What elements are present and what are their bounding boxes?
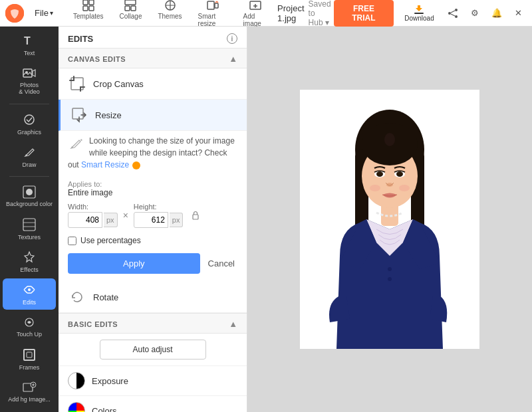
svg-rect-35 (71, 78, 83, 90)
download-button[interactable]: Download (399, 3, 439, 23)
canvas-edits-header: CANVAS EDITS ▲ (59, 48, 247, 68)
svg-rect-2 (89, 0, 94, 5)
svg-rect-6 (125, 6, 130, 11)
svg-rect-9 (207, 1, 214, 9)
width-unit: px (104, 213, 118, 227)
smart-resize-badge (132, 161, 140, 169)
svg-rect-30 (24, 350, 35, 360)
info-icon[interactable]: i (227, 33, 237, 44)
auto-adjust-button[interactable]: Auto adjust (100, 340, 206, 360)
topbar-tool-add-image[interactable]: Add image (237, 0, 275, 29)
width-group: Width: px (68, 203, 118, 228)
svg-point-48 (376, 171, 383, 177)
svg-line-17 (451, 14, 455, 16)
rotate-label: Rotate (93, 292, 118, 302)
edit-item-resize[interactable]: Resize (59, 100, 247, 131)
height-unit: px (170, 213, 184, 227)
basic-edits-label: BASIC EDITS (68, 320, 118, 328)
topbar-tool-templates[interactable]: Templates (66, 0, 110, 29)
settings-icon[interactable]: ⚙ (467, 4, 483, 23)
smart-resize-link[interactable]: Smart Resize (81, 160, 129, 169)
basic-edits-header: BASIC EDITS ▲ (59, 313, 247, 334)
project-name: Project 1.jpg (277, 3, 304, 23)
svg-point-45 (384, 133, 395, 146)
resize-icon (70, 106, 88, 124)
aspect-ratio-lock-icon[interactable] (188, 208, 203, 223)
use-percentages-checkbox[interactable] (68, 237, 76, 245)
file-menu[interactable]: File ▾ (29, 5, 59, 21)
topbar-right: FREE TRIAL Download ⚙ 🔔 ✕ (334, 0, 527, 27)
exposure-icon (68, 372, 85, 389)
sidebar-item-draw[interactable]: Draw (3, 141, 56, 172)
canvas-edits-toggle[interactable]: ▲ (229, 54, 237, 64)
edit-item-rotate[interactable]: Rotate (59, 282, 247, 313)
sidebar-item-background-color[interactable]: Background color (3, 181, 56, 212)
svg-point-14 (448, 12, 451, 15)
sidebar-item-text[interactable]: T Text (3, 29, 56, 60)
edits-panel-header: EDITS i (59, 27, 247, 48)
sidebar-item-edits[interactable]: Edits (3, 278, 56, 310)
svg-point-51 (370, 185, 380, 191)
edit-item-exposure[interactable]: Exposure (59, 366, 247, 396)
svg-line-16 (451, 11, 455, 13)
free-trial-button[interactable]: FREE TRIAL (334, 0, 394, 27)
rotate-icon (68, 288, 86, 306)
basic-edits-toggle[interactable]: ▲ (229, 319, 237, 329)
sidebar-item-add-bg-image[interactable]: Add hg Image... (3, 376, 56, 407)
main-area: T Text Photos& Video Graphics Draw Backg… (0, 27, 532, 412)
colors-icon (68, 402, 85, 412)
edit-item-auto-adjust[interactable]: Auto adjust (59, 334, 247, 366)
share-button[interactable] (445, 4, 462, 23)
topbar-tool-smart-resize[interactable]: Smart resize (192, 0, 234, 29)
sidebar-item-comments[interactable]: Comments (3, 408, 56, 412)
height-input[interactable] (134, 212, 168, 228)
close-icon[interactable]: ✕ (510, 4, 527, 23)
svg-point-15 (455, 15, 458, 18)
canvas-edits-label: CANVAS EDITS (68, 55, 126, 63)
height-group: Height: px (134, 203, 184, 228)
edit-item-crop-canvas[interactable]: Crop Canvas (59, 68, 247, 100)
apply-button[interactable]: Apply (68, 253, 200, 274)
icon-sidebar: T Text Photos& Video Graphics Draw Backg… (0, 27, 59, 412)
canvas-area (247, 27, 532, 412)
svg-rect-25 (23, 219, 35, 231)
sidebar-item-effects[interactable]: Effects (3, 246, 56, 277)
saved-chevron-icon: ▾ (325, 18, 329, 27)
canvas-image[interactable] (300, 90, 479, 349)
dimension-row: Width: px × Height: px (59, 200, 247, 233)
sidebar-item-textures[interactable]: Textures (3, 213, 56, 245)
sidebar-item-graphics[interactable]: Graphics (3, 108, 56, 140)
svg-rect-31 (27, 352, 32, 358)
app-logo[interactable] (5, 4, 24, 23)
svg-rect-36 (72, 108, 83, 119)
smart-resize-promo: Looking to change the size of your image… (59, 131, 247, 175)
applies-to-value: Entire image (68, 188, 237, 197)
use-percentages-row: Use percentages (59, 233, 247, 251)
edits-title: EDITS (68, 34, 93, 44)
sidebar-item-frames[interactable]: Frames (3, 344, 56, 375)
sidebar-item-touch-up[interactable]: Touch Up (3, 311, 56, 342)
svg-rect-4 (89, 6, 94, 11)
edits-panel: EDITS i CANVAS EDITS ▲ Crop Canvas Resiz… (59, 27, 247, 412)
applies-to-label: Applies to: (68, 180, 237, 188)
topbar-center: Project 1.jpg Saved to Hub ▾ (277, 0, 331, 27)
topbar-tools: Templates Collage Themes Smart resize Ad… (66, 0, 275, 29)
svg-point-52 (399, 185, 410, 191)
crop-canvas-label: Crop Canvas (93, 79, 144, 89)
use-percentages-label: Use percentages (80, 236, 141, 245)
topbar-tool-themes[interactable]: Themes (151, 0, 188, 29)
crop-canvas-icon (68, 74, 86, 93)
cancel-button[interactable]: Cancel (205, 253, 237, 274)
topbar-tool-collage[interactable]: Collage (113, 0, 149, 29)
width-input[interactable] (68, 212, 102, 228)
svg-point-49 (396, 171, 403, 177)
width-label: Width: (68, 203, 118, 211)
notification-icon[interactable]: 🔔 (488, 4, 505, 23)
action-buttons: Apply Cancel (59, 251, 247, 282)
svg-point-54 (388, 277, 392, 281)
sidebar-item-photos-video[interactable]: Photos& Video (3, 62, 56, 100)
edit-item-colors[interactable]: Colors (59, 396, 247, 412)
height-label: Height: (134, 203, 184, 211)
saved-status[interactable]: Saved to Hub ▾ (309, 0, 331, 27)
exposure-label: Exposure (92, 376, 128, 386)
